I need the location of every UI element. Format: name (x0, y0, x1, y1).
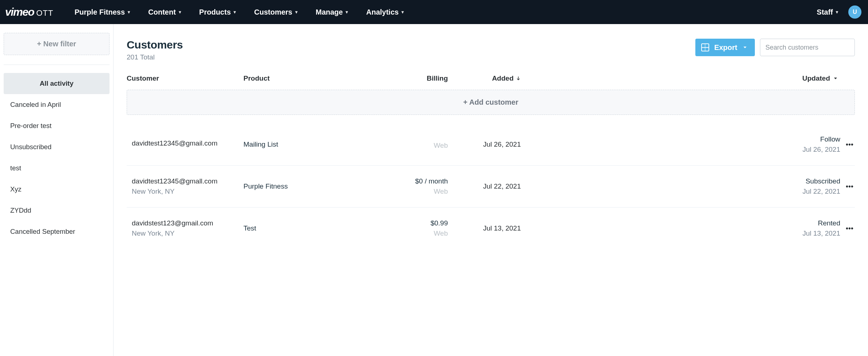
chevron-down-icon: ▾ (346, 9, 348, 15)
filter-item[interactable]: Canceled in April (4, 94, 110, 115)
filter-all-activity[interactable]: All activity (4, 73, 110, 94)
updated-date: Jul 22, 2021 (521, 187, 840, 196)
main-header: Customers 201 Total Export (127, 39, 855, 61)
cell-product: Test (243, 224, 368, 232)
chevron-down-icon (742, 45, 748, 50)
customer-location: New York, NY (127, 187, 243, 196)
column-headers: Customer Product Billing Added Updated (127, 61, 855, 88)
search-input[interactable] (765, 44, 850, 51)
cell-customer: davidstest123@gmail.com New York, NY (127, 219, 243, 237)
site-selector[interactable]: Purple Fitness ▾ (67, 0, 137, 24)
col-updated[interactable]: Updated (521, 74, 840, 82)
page-title: Customers (127, 39, 183, 51)
cell-product: Purple Fitness (243, 182, 368, 190)
table-row[interactable]: davidstest123@gmail.com New York, NY Tes… (127, 207, 855, 245)
cell-added: Jul 26, 2021 (448, 140, 521, 148)
logo[interactable]: vimeo OTT (4, 6, 53, 18)
filter-item[interactable]: Unsubscribed (4, 136, 110, 158)
col-billing[interactable]: Billing (368, 74, 448, 82)
chevron-down-icon (833, 76, 838, 81)
chevron-down-icon: ▾ (402, 9, 404, 15)
page-subtitle: 201 Total (127, 53, 183, 61)
staff-menu[interactable]: Staff ▾ (810, 0, 841, 24)
customer-location: New York, NY (127, 229, 243, 237)
billing-price: $0 / month (368, 177, 448, 185)
export-button[interactable]: Export (695, 39, 755, 56)
updated-date: Jul 26, 2021 (521, 146, 840, 154)
customer-email: davidtest12345@gmall.com (127, 177, 243, 185)
cell-customer: davidtest12345@gmall.com New York, NY (127, 177, 243, 196)
billing-price: $0.99 (368, 219, 448, 227)
cell-added: Jul 22, 2021 (448, 182, 521, 190)
nav-customers-label: Customers (254, 8, 292, 16)
nav-products-label: Products (199, 8, 231, 16)
filter-label: Cancelled September (10, 228, 75, 235)
new-filter-button[interactable]: + New filter (4, 33, 110, 55)
chevron-down-icon: ▾ (295, 9, 297, 15)
chevron-down-icon: ▾ (836, 9, 838, 15)
nav-manage[interactable]: Manage ▾ (308, 0, 355, 24)
grid-icon (701, 43, 709, 51)
row-actions-button[interactable]: ••• (840, 182, 855, 191)
table-row[interactable]: davidtest12345@gmall.com New York, NY Pu… (127, 165, 855, 204)
col-customer[interactable]: Customer (127, 74, 243, 82)
table-row[interactable]: davidtest12345@gmail.com Mailing List We… (127, 127, 855, 162)
sidebar: + New filter All activity Canceled in Ap… (0, 24, 114, 356)
avatar[interactable]: U (848, 5, 861, 19)
filter-label: Canceled in April (10, 101, 61, 108)
filter-label: Unsubscribed (10, 143, 51, 151)
customer-email: davidstest123@gmail.com (127, 219, 243, 227)
nav-manage-label: Manage (316, 8, 343, 16)
updated-status: Subscribed (521, 177, 840, 185)
cell-billing: $0.99 Web (368, 219, 448, 237)
col-product[interactable]: Product (243, 74, 368, 82)
arrow-down-icon (516, 76, 521, 81)
nav-analytics[interactable]: Analytics ▾ (359, 0, 411, 24)
add-customer-button[interactable]: + Add customer (127, 90, 855, 115)
add-customer-label: + Add customer (463, 98, 518, 106)
billing-source: Web (368, 229, 448, 237)
cell-updated: Subscribed Jul 22, 2021 (521, 177, 840, 196)
nav-customers[interactable]: Customers ▾ (247, 0, 304, 24)
nav-content-label: Content (148, 8, 176, 16)
cell-customer: davidtest12345@gmail.com (127, 139, 243, 150)
cell-product: Mailing List (243, 140, 368, 148)
filter-item[interactable]: test (4, 158, 110, 179)
main-content: Customers 201 Total Export Customer (114, 24, 868, 356)
billing-source: Web (368, 142, 448, 150)
chevron-down-icon: ▾ (128, 9, 130, 15)
nav-content[interactable]: Content ▾ (141, 0, 188, 24)
col-updated-label: Updated (802, 74, 830, 82)
updated-status: Follow (521, 135, 840, 143)
filter-item[interactable]: Xyz (4, 179, 110, 200)
cell-billing: $0 / month Web (368, 177, 448, 196)
page-titles: Customers 201 Total (127, 39, 183, 61)
nav-analytics-label: Analytics (366, 8, 399, 16)
filter-item[interactable]: ZYDdd (4, 200, 110, 221)
top-nav: vimeo OTT Purple Fitness ▾ Content ▾ Pro… (0, 0, 868, 24)
filter-item[interactable]: Pre-order test (4, 115, 110, 136)
staff-label: Staff (817, 8, 833, 16)
customer-email: davidtest12345@gmail.com (127, 139, 243, 147)
cell-updated: Follow Jul 26, 2021 (521, 135, 840, 154)
row-actions-button[interactable]: ••• (840, 140, 855, 149)
new-filter-label: + New filter (37, 40, 76, 48)
updated-status: Rented (521, 219, 840, 227)
cell-added: Jul 13, 2021 (448, 224, 521, 232)
chevron-down-icon: ▾ (179, 9, 181, 15)
row-actions-button[interactable]: ••• (840, 224, 855, 233)
search-wrap[interactable] (760, 39, 855, 56)
export-label: Export (714, 43, 737, 52)
filter-item[interactable]: Cancelled September (4, 221, 110, 242)
col-added[interactable]: Added (448, 74, 521, 82)
nav-products[interactable]: Products ▾ (192, 0, 243, 24)
logo-primary: vimeo (5, 6, 34, 18)
filter-label: All activity (40, 80, 74, 87)
updated-date: Jul 13, 2021 (521, 229, 840, 237)
col-added-label: Added (492, 74, 514, 82)
avatar-letter: U (853, 9, 857, 15)
filter-label: Xyz (10, 185, 22, 193)
site-name: Purple Fitness (74, 8, 125, 16)
header-actions: Export (695, 39, 855, 56)
divider (4, 65, 110, 65)
